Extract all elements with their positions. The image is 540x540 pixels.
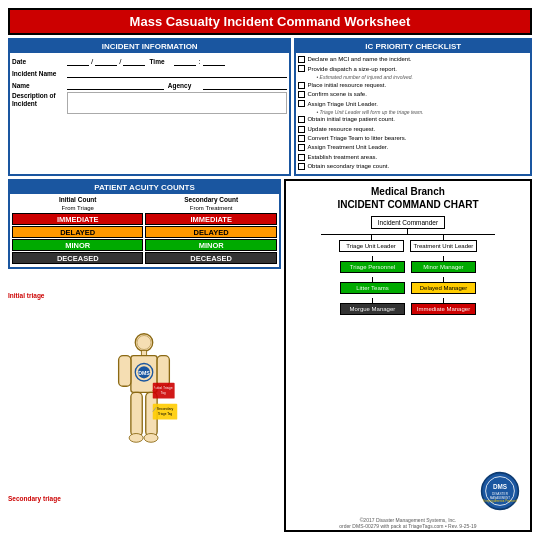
- description-field[interactable]: [67, 92, 287, 114]
- secondary-count-subtitle: From Treatment: [145, 205, 276, 211]
- agency-label: Agency: [168, 82, 203, 89]
- initial-triage-label: Initial triage: [8, 292, 44, 299]
- checklist-item-7: Update resource request.: [298, 126, 528, 134]
- svg-rect-2: [142, 351, 147, 356]
- agency-field[interactable]: [203, 80, 288, 90]
- patient-acuity-panel: PATIENT ACUITY COUNTS Initial Count From…: [8, 179, 281, 269]
- time-label: Time: [149, 58, 174, 65]
- minor-manager-box: Minor Manager: [411, 261, 476, 273]
- svg-rect-6: [131, 393, 142, 437]
- secondary-delayed-row: DELAYED: [145, 226, 276, 238]
- name-field[interactable]: [67, 80, 164, 90]
- medical-branch-panel: Medical Branch INCIDENT COMMAND CHART In…: [284, 179, 532, 532]
- date-year-field[interactable]: [123, 56, 145, 66]
- checklist-item-6: Obtain initial triage patient count.: [298, 116, 528, 124]
- minor-manager-col: Minor Manager: [411, 256, 476, 273]
- left-column: PATIENT ACUITY COUNTS Initial Count From…: [8, 179, 281, 532]
- level-3-row: Triage Personnel Minor Manager: [292, 256, 524, 273]
- initial-deceased-row: DECEASED: [12, 252, 143, 264]
- page: Mass Casualty Incident Command Worksheet…: [0, 0, 540, 540]
- checklist-item-8: Convert Triage Team to litter bearers.: [298, 135, 528, 143]
- medical-branch-title: Medical Branch: [286, 181, 530, 199]
- time-hour-field[interactable]: [174, 56, 196, 66]
- org-chart: Incident Commander Triage Unit Leader Tr…: [286, 213, 530, 516]
- acuity-columns: Initial Count From Triage IMMEDIATE DELA…: [10, 194, 279, 267]
- date-time-row: Date / / Time :: [12, 56, 287, 66]
- svg-text:Triage Tag: Triage Tag: [158, 412, 173, 416]
- initial-minor-row: MINOR: [12, 239, 143, 251]
- checklist-text-7: Update resource request.: [307, 126, 375, 134]
- secondary-count-title: Secondary Count: [145, 196, 276, 203]
- figure-area: Initial triage Secondary triage: [8, 272, 281, 532]
- patient-acuity-title: PATIENT ACUITY COUNTS: [10, 181, 279, 194]
- medical-branch-subtitle: INCIDENT COMMAND CHART: [286, 199, 530, 213]
- h-connector-1: [321, 234, 495, 235]
- checklist-text-10: Establish treatment areas.: [307, 154, 377, 162]
- level-5-row: Morgue Manager Immediate Manager: [292, 298, 524, 315]
- checkbox-10[interactable]: [298, 154, 305, 161]
- triage-unit-col: Triage Unit Leader: [339, 235, 404, 252]
- svg-point-8: [130, 434, 144, 443]
- checkbox-8[interactable]: [298, 135, 305, 142]
- initial-delayed-row: DELAYED: [12, 226, 143, 238]
- checklist-item-9: Assign Treatment Unit Leader.: [298, 144, 528, 152]
- checkbox-7[interactable]: [298, 126, 305, 133]
- incident-name-field[interactable]: [67, 68, 287, 78]
- checklist-text-3: Place initial resource request.: [307, 82, 386, 90]
- checklist-text-5: Assign Triage Unit Leader.: [307, 101, 377, 107]
- checklist-item-3: Place initial resource request.: [298, 82, 528, 90]
- svg-text:Secondary: Secondary: [157, 407, 174, 411]
- date-fields: / /: [67, 56, 145, 66]
- secondary-triage-label: Secondary triage: [8, 495, 61, 502]
- secondary-count-col: Secondary Count From Treatment IMMEDIATE…: [145, 196, 276, 265]
- dms-logo: DMS DISASTER MANAGEMENT Keeping America …: [480, 471, 520, 511]
- checkbox-4[interactable]: [298, 91, 305, 98]
- date-label: Date: [12, 58, 67, 65]
- svg-text:DMS: DMS: [493, 483, 508, 490]
- checklist-text-1: Declare an MCI and name the incident.: [307, 56, 411, 64]
- footer-text: ©2017 Disaster Management Systems, Inc. …: [286, 516, 530, 530]
- checkbox-2[interactable]: [298, 65, 305, 72]
- svg-rect-4: [119, 356, 131, 387]
- secondary-immediate-row: IMMEDIATE: [145, 213, 276, 225]
- checkbox-1[interactable]: [298, 56, 305, 63]
- incident-commander-box: Incident Commander: [371, 216, 445, 229]
- checkbox-5[interactable]: [298, 100, 305, 107]
- litter-teams-box: Litter Teams: [340, 282, 405, 294]
- date-slash-2: /: [119, 57, 121, 66]
- svg-point-0: [136, 334, 154, 352]
- bottom-section: PATIENT ACUITY COUNTS Initial Count From…: [8, 179, 532, 532]
- svg-rect-5: [158, 356, 170, 387]
- checkbox-9[interactable]: [298, 144, 305, 151]
- svg-text:DMS: DMS: [139, 370, 151, 376]
- svg-text:Tag: Tag: [161, 391, 166, 395]
- description-row: Description of Incident: [12, 92, 287, 114]
- checkbox-3[interactable]: [298, 82, 305, 89]
- checklist-item-5: Assign Triage Unit Leader. • Triage Unit…: [298, 100, 528, 115]
- checklist-item-2: Provide dispatch a size-up report. • Est…: [298, 65, 528, 80]
- triage-personnel-col: Triage Personnel: [340, 256, 405, 273]
- human-body-svg: DMS Initial Triage Tag Secondary Triage …: [99, 332, 189, 472]
- time-fields: :: [174, 56, 224, 66]
- time-min-field[interactable]: [203, 56, 225, 66]
- checklist-text-wrap-2: Provide dispatch a size-up report. • Est…: [307, 65, 413, 80]
- incident-info-panel: INCIDENT INFORMATION Date / / Time :: [8, 38, 291, 176]
- ic-checklist-panel: IC PRIORITY CHECKLIST Declare an MCI and…: [294, 38, 532, 176]
- checkbox-6[interactable]: [298, 116, 305, 123]
- checklist-sub-2: • Estimated number of injured and involv…: [316, 74, 413, 80]
- description-label: Description of Incident: [12, 92, 67, 109]
- morgue-manager-col: Morgue Manager: [340, 298, 405, 315]
- name-agency-row: Name Agency: [12, 80, 287, 90]
- delayed-manager-col: Delayed Manager: [411, 277, 476, 294]
- checkbox-11[interactable]: [298, 163, 305, 170]
- initial-count-col: Initial Count From Triage IMMEDIATE DELA…: [12, 196, 143, 265]
- svg-point-21: [482, 473, 519, 510]
- checklist-item-1: Declare an MCI and name the incident.: [298, 56, 528, 64]
- checklist-item-4: Confirm scene is safe.: [298, 91, 528, 99]
- triage-personnel-box: Triage Personnel: [340, 261, 405, 273]
- incident-name-label: Incident Name: [12, 70, 67, 77]
- immediate-manager-box: Immediate Manager: [411, 303, 476, 315]
- date-month-field[interactable]: [67, 56, 89, 66]
- date-day-field[interactable]: [95, 56, 117, 66]
- checklist-text-2: Provide dispatch a size-up report.: [307, 66, 396, 72]
